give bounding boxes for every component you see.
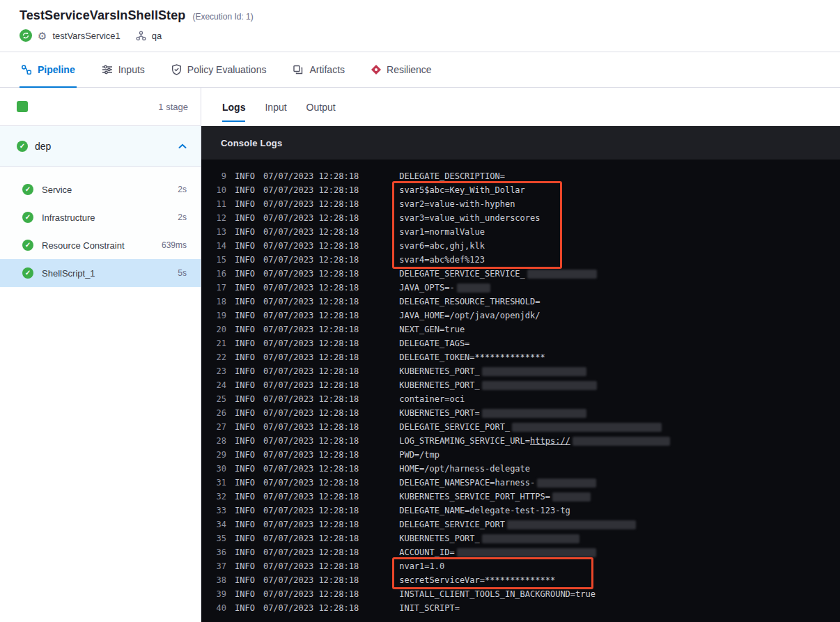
tab-artifacts[interactable]: Artifacts (293, 52, 345, 87)
tab-label: Policy Evaluations (187, 64, 267, 75)
log-message: JAVA_HOME=/opt/java/openjdk/ (399, 309, 540, 322)
log-message: secretServiceVar=************** (399, 573, 555, 587)
line-number: 33 (210, 504, 226, 518)
policy-evaluations-icon (171, 64, 182, 75)
success-check-icon: ✓ (22, 212, 33, 223)
nav-tabs: PipelineInputsPolicy EvaluationsArtifact… (0, 52, 840, 88)
execution-id: (Execution Id: 1) (192, 12, 253, 22)
line-number: 36 (210, 545, 226, 559)
log-message: svar2=value-with-hyphen (399, 197, 515, 211)
line-number: 20 (210, 322, 226, 336)
stage-count: 1 stage (158, 102, 188, 112)
log-message: KUBERNETES_PORT= (399, 406, 586, 420)
log-timestamp: 07/07/2023 12:28:18 (263, 267, 359, 281)
console-tab-input[interactable]: Input (265, 88, 286, 126)
step-duration: 639ms (162, 240, 187, 250)
line-number: 11 (210, 197, 226, 211)
line-number: 9 (210, 169, 226, 183)
log-line: 10INFO07/07/2023 12:28:18svar5$abc=Key_W… (210, 183, 840, 197)
log-timestamp: 07/07/2023 12:28:18 (263, 322, 359, 336)
log-message: svar5$abc=Key_With_Dollar (399, 183, 525, 197)
log-level: INFO (235, 434, 255, 448)
tab-inputs[interactable]: Inputs (102, 52, 145, 87)
log-message: PWD=/tmp (399, 448, 440, 462)
log-level: INFO (235, 253, 255, 267)
console-tab-output[interactable]: Output (306, 88, 336, 126)
line-number: 30 (210, 462, 226, 476)
log-level: INFO (235, 476, 255, 490)
log-message: DELEGATE_SERVICE_PORT_ (399, 420, 662, 434)
sidebar-step-resource-constraint[interactable]: ✓Resource Constraint639ms (0, 231, 201, 259)
line-number: 15 (210, 253, 226, 267)
log-line: 38INFO07/07/2023 12:28:18secretServiceVa… (210, 573, 840, 587)
stage-status-square[interactable] (17, 101, 28, 112)
sidebar-step-infrastructure[interactable]: ✓Infrastructure2s (0, 203, 201, 231)
log-line: 34INFO07/07/2023 12:28:18DELEGATE_SERVIC… (210, 518, 840, 531)
line-number: 39 (210, 587, 226, 601)
step-label: ShellScript_1 (42, 268, 169, 279)
log-level: INFO (235, 545, 255, 559)
log-timestamp: 07/07/2023 12:28:18 (263, 448, 359, 462)
log-level: INFO (235, 504, 255, 518)
log-line: 21INFO07/07/2023 12:28:18DELEGATE_TAGS= (210, 336, 840, 350)
log-level: INFO (235, 309, 255, 322)
log-timestamp: 07/07/2023 12:28:18 (263, 169, 359, 183)
log-timestamp: 07/07/2023 12:28:18 (263, 518, 359, 531)
log-message: DELEGATE_RESOURCE_THRESHOLD= (399, 295, 540, 309)
log-level: INFO (235, 601, 255, 615)
log-level: INFO (235, 281, 255, 295)
log-timestamp: 07/07/2023 12:28:18 (263, 197, 359, 211)
log-line: 36INFO07/07/2023 12:28:18ACCOUNT_ID= (210, 545, 840, 559)
page-title: TestServiceVarsInShellStep (20, 8, 185, 23)
console-tabs: LogsInputOutput (201, 88, 840, 126)
service-name: testVarsService1 (52, 31, 120, 41)
log-level: INFO (235, 462, 255, 476)
log-line: 23INFO07/07/2023 12:28:18KUBERNETES_PORT… (210, 364, 840, 378)
line-number: 26 (210, 406, 226, 420)
log-level: INFO (235, 267, 255, 281)
stage-row-dep[interactable]: ✓ dep (0, 126, 201, 167)
tab-pipeline[interactable]: Pipeline (21, 52, 75, 87)
sidebar-step-shellscript-1[interactable]: ✓ShellScript_15s (0, 259, 201, 287)
line-number: 37 (210, 559, 226, 573)
step-label: Resource Constraint (42, 240, 153, 251)
log-link[interactable]: https:// (530, 434, 570, 448)
log-message: svar6=abc,ghj,klk (399, 239, 485, 253)
log-line: 14INFO07/07/2023 12:28:18svar6=abc,ghj,k… (210, 239, 840, 253)
log-timestamp: 07/07/2023 12:28:18 (263, 225, 359, 239)
line-number: 10 (210, 183, 226, 197)
chevron-up-icon[interactable] (178, 143, 187, 149)
line-number: 27 (210, 420, 226, 434)
tab-label: Resilience (387, 64, 432, 75)
log-message: KUBERNETES_PORT_ (399, 531, 580, 545)
line-number: 17 (210, 281, 226, 295)
sidebar-step-service[interactable]: ✓Service2s (0, 176, 201, 203)
log-message: DELEGATE_TAGS= (399, 336, 469, 350)
redacted-text (482, 534, 580, 543)
redacted-text (482, 381, 597, 390)
log-lines[interactable]: 9INFO07/07/2023 12:28:18DELEGATE_DESCRIP… (201, 160, 840, 622)
log-line: 16INFO07/07/2023 12:28:18DELEGATE_SERVIC… (210, 267, 840, 281)
line-number: 23 (210, 364, 226, 378)
line-number: 18 (210, 295, 226, 309)
tab-label: Inputs (118, 64, 145, 75)
log-line: 37INFO07/07/2023 12:28:18nvar1=1.0 (210, 559, 840, 573)
log-line: 26INFO07/07/2023 12:28:18KUBERNETES_PORT… (210, 406, 840, 420)
log-level: INFO (235, 336, 255, 350)
environment-icon (136, 31, 146, 41)
log-timestamp: 07/07/2023 12:28:18 (263, 420, 359, 434)
log-message: INSTALL_CLIENT_TOOLS_IN_BACKGROUND=true (399, 587, 596, 601)
log-message: LOG_STREAMING_SERVICE_URL=https:// (399, 434, 670, 448)
environment-name: qa (152, 31, 162, 41)
tab-resilience[interactable]: Resilience (371, 52, 432, 87)
gear-icon[interactable]: ⚙ (38, 31, 47, 41)
tab-policy-evaluations[interactable]: Policy Evaluations (171, 52, 267, 87)
log-level: INFO (235, 169, 255, 183)
log-level: INFO (235, 322, 255, 336)
log-message: svar3=value_with_underscores (399, 211, 540, 225)
log-level: INFO (235, 448, 255, 462)
console-tab-logs[interactable]: Logs (222, 88, 245, 126)
log-line: 19INFO07/07/2023 12:28:18JAVA_HOME=/opt/… (210, 309, 840, 322)
log-line: 17INFO07/07/2023 12:28:18JAVA_OPTS=- (210, 281, 840, 295)
redacted-text (482, 409, 586, 418)
